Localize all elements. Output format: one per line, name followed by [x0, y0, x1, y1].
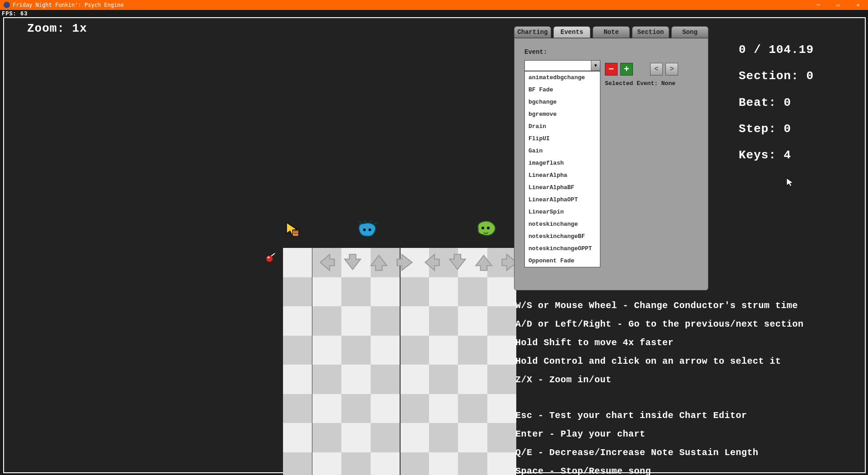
- player-head-icon: [356, 220, 378, 239]
- chart-grid[interactable]: // build checkerboard BEFORE other child…: [283, 248, 516, 475]
- next-event-button[interactable]: >: [665, 63, 678, 76]
- grid-cell[interactable]: [312, 365, 342, 394]
- grid-cell[interactable]: [458, 423, 487, 452]
- grid-cell[interactable]: [312, 277, 342, 307]
- grid-cell[interactable]: [341, 306, 371, 336]
- grid-cell[interactable]: [371, 277, 400, 307]
- tab-events[interactable]: Events: [553, 26, 590, 38]
- grid-cell[interactable]: [283, 452, 312, 475]
- grid-cell[interactable]: [429, 277, 458, 307]
- event-dropdown-option[interactable]: bgremove: [525, 108, 600, 120]
- remove-event-button[interactable]: −: [605, 63, 618, 76]
- arrow-down-icon: [340, 250, 365, 275]
- grid-cell[interactable]: [400, 306, 429, 336]
- event-dropdown[interactable]: ▼: [524, 60, 600, 71]
- window-titlebar: Friday Night Funkin': Psych Engine ─ ▭ ✕: [0, 0, 868, 10]
- arrow-right-icon: [392, 250, 418, 275]
- svg-point-1: [267, 256, 270, 258]
- grid-cell[interactable]: [458, 306, 487, 336]
- dropdown-chevron-icon[interactable]: ▼: [591, 61, 600, 71]
- maximize-button[interactable]: ▭: [828, 0, 848, 10]
- tab-note[interactable]: Note: [593, 26, 630, 38]
- tab-section[interactable]: Section: [632, 26, 669, 38]
- grid-cell[interactable]: [283, 423, 312, 452]
- grid-cell[interactable]: [487, 277, 517, 307]
- event-dropdown-option[interactable]: noteskinchangeOPPT: [525, 242, 600, 255]
- grid-cell[interactable]: [429, 423, 458, 452]
- tab-charting[interactable]: Charting: [514, 26, 551, 38]
- grid-cell[interactable]: [312, 394, 342, 423]
- grid-cell[interactable]: [400, 365, 429, 394]
- grid-cell[interactable]: [341, 452, 371, 475]
- grid-cell[interactable]: [312, 306, 342, 336]
- grid-cell[interactable]: [283, 248, 312, 277]
- grid-cell[interactable]: [429, 336, 458, 365]
- grid-cell[interactable]: [458, 336, 487, 365]
- grid-cell[interactable]: [487, 336, 517, 365]
- grid-cell[interactable]: [341, 365, 371, 394]
- event-dropdown-option[interactable]: Drain: [525, 120, 600, 133]
- event-dropdown-option[interactable]: Gain: [525, 145, 600, 157]
- event-dropdown-option[interactable]: LinearAlphaOPT: [525, 194, 600, 206]
- close-button[interactable]: ✕: [848, 0, 868, 10]
- grid-cell[interactable]: [458, 365, 487, 394]
- event-dropdown-option[interactable]: FlipUI: [525, 133, 600, 145]
- grid-cell[interactable]: [458, 394, 487, 423]
- grid-cell[interactable]: [341, 277, 371, 307]
- grid-cell[interactable]: [371, 365, 400, 394]
- event-dropdown-option[interactable]: BF Fade: [525, 84, 600, 96]
- grid-cell[interactable]: [429, 365, 458, 394]
- grid-cell[interactable]: [429, 306, 458, 336]
- grid-cell[interactable]: [458, 277, 487, 307]
- event-dropdown-option[interactable]: animatedbgchange: [525, 71, 600, 84]
- grid-cell[interactable]: [429, 452, 458, 475]
- event-dropdown-option[interactable]: noteskinchange: [525, 218, 600, 230]
- grid-cell[interactable]: [283, 336, 312, 365]
- stat-step: Step: 0: [739, 120, 814, 138]
- add-event-button[interactable]: +: [620, 63, 633, 76]
- grid-cell[interactable]: [341, 336, 371, 365]
- grid-cell[interactable]: [341, 423, 371, 452]
- help-line: Space - Stop/Resume song: [515, 462, 804, 475]
- grid-cell[interactable]: [400, 336, 429, 365]
- minimize-button[interactable]: ─: [808, 0, 828, 10]
- event-dropdown-option[interactable]: LinearSpin: [525, 206, 600, 218]
- grid-cell[interactable]: [371, 452, 400, 475]
- help-line: Enter - Play your chart: [515, 425, 804, 443]
- help-text: W/S or Mouse Wheel - Change Conductor's …: [515, 297, 804, 475]
- grid-cell[interactable]: [312, 423, 342, 452]
- events-panel: Event: ▼ animatedbgchangeBF Fadebgchange…: [514, 38, 708, 290]
- grid-cell[interactable]: [400, 394, 429, 423]
- event-dropdown-option[interactable]: imageflash: [525, 157, 600, 169]
- grid-cell[interactable]: [400, 277, 429, 307]
- grid-cell[interactable]: [283, 306, 312, 336]
- grid-cell[interactable]: [458, 452, 487, 475]
- grid-cell[interactable]: [371, 423, 400, 452]
- event-dropdown-option[interactable]: noteskinchangeBF: [525, 230, 600, 242]
- grid-cell[interactable]: [487, 306, 517, 336]
- grid-cell[interactable]: [400, 452, 429, 475]
- grid-cell[interactable]: [312, 336, 342, 365]
- event-dropdown-list[interactable]: animatedbgchangeBF FadebgchangebgremoveD…: [524, 71, 600, 267]
- grid-cell[interactable]: [371, 336, 400, 365]
- grid-cell[interactable]: [487, 452, 517, 475]
- event-dropdown-option[interactable]: bgchange: [525, 96, 600, 108]
- tab-song[interactable]: Song: [671, 26, 708, 38]
- grid-cell[interactable]: [312, 452, 342, 475]
- grid-cell[interactable]: [341, 394, 371, 423]
- event-dropdown-option[interactable]: Opponent Fade: [525, 255, 600, 267]
- grid-cell[interactable]: [371, 394, 400, 423]
- grid-cell[interactable]: [283, 394, 312, 423]
- prev-event-button[interactable]: <: [650, 63, 663, 76]
- event-dropdown-option[interactable]: LinearAlphaBF: [525, 181, 600, 194]
- event-dropdown-option[interactable]: LinearAlpha: [525, 169, 600, 181]
- stat-keys: Keys: 4: [739, 146, 814, 164]
- grid-cell[interactable]: [487, 394, 517, 423]
- grid-cell[interactable]: [400, 423, 429, 452]
- grid-cell[interactable]: [283, 277, 312, 307]
- grid-cell[interactable]: [371, 306, 400, 336]
- grid-cell[interactable]: [487, 423, 517, 452]
- grid-cell[interactable]: [283, 365, 312, 394]
- grid-cell[interactable]: [429, 394, 458, 423]
- grid-cell[interactable]: [487, 365, 517, 394]
